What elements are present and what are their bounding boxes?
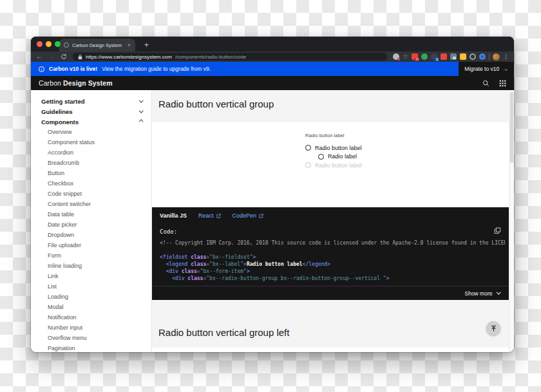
extension-window-icon[interactable] xyxy=(450,53,457,60)
extension-red-icon[interactable] xyxy=(441,53,447,60)
sidebar-item-overview[interactable]: Overview xyxy=(31,127,151,137)
code-line: <!-- Copyright IBM Corp. 2016, 2018 This… xyxy=(160,239,505,247)
code-line: <legend class="bx--label">Radio button l… xyxy=(160,261,505,268)
sidebar-section-guidelines[interactable]: Guidelines xyxy=(31,106,151,117)
sidebar-nav: Getting startedGuidelinesComponentsOverv… xyxy=(31,90,152,352)
sidebar-section-label: Components xyxy=(41,118,79,126)
radio-option[interactable]: Radio button label xyxy=(305,144,362,153)
tab-close-icon[interactable]: × xyxy=(128,42,131,48)
main-area: Radio button vertical group Radio button… xyxy=(152,90,514,352)
browser-window: Carbon Design System × + ← → https://www… xyxy=(31,37,514,352)
radio-circle-icon[interactable] xyxy=(318,154,324,160)
banner-bold-text: Carbon v10 is live! xyxy=(49,66,97,72)
lock-icon xyxy=(78,54,82,60)
sidebar-section-components[interactable]: Components xyxy=(31,117,151,127)
arrow-to-top-icon xyxy=(490,325,497,332)
back-icon[interactable]: ← xyxy=(36,53,43,60)
sidebar-item-accordion[interactable]: Accordion xyxy=(31,147,151,158)
app-switcher-icon[interactable] xyxy=(499,80,506,87)
chevron-down-icon xyxy=(497,290,500,294)
brand-bold: Design System xyxy=(63,79,113,87)
show-more-button[interactable]: Show more xyxy=(152,286,509,300)
external-link-icon xyxy=(259,214,263,218)
sidebar-item-file-uploader[interactable]: File uploader xyxy=(31,240,151,250)
browser-tabbar: Carbon Design System × + xyxy=(31,37,514,51)
bookmark-star-icon[interactable]: ☆ xyxy=(403,53,408,60)
section-heading-vertical-group: Radio button vertical group xyxy=(158,98,274,109)
toolbar-divider xyxy=(489,53,489,60)
sidebar-item-dropdown[interactable]: Dropdown xyxy=(31,230,151,240)
show-more-label: Show more xyxy=(465,290,493,297)
reload-icon[interactable] xyxy=(61,53,67,60)
code-block[interactable]: <!-- Copyright IBM Corp. 2016, 2018 This… xyxy=(160,239,505,285)
code-tab-codepen[interactable]: CodePen xyxy=(233,212,264,219)
window-controls xyxy=(37,41,61,47)
chrome-menu-icon[interactable]: ⋮ xyxy=(503,54,509,60)
radio-label: Radio button label xyxy=(315,162,362,169)
sidebar-item-loading[interactable]: Loading xyxy=(31,292,151,302)
scroll-to-top-button[interactable] xyxy=(486,321,500,335)
sidebar-item-code-snippet[interactable]: Code snippet xyxy=(31,189,151,199)
scrollbar-thumb[interactable] xyxy=(510,92,513,163)
page-content: Getting startedGuidelinesComponentsOverv… xyxy=(31,90,514,352)
sidebar-item-notification[interactable]: Notification xyxy=(31,312,151,322)
extension-donut-icon[interactable] xyxy=(470,53,476,60)
sidebar-item-modal[interactable]: Modal xyxy=(31,302,151,312)
radio-option[interactable]: Radio label xyxy=(318,153,362,162)
radio-circle-icon[interactable] xyxy=(305,145,311,151)
forward-icon[interactable]: → xyxy=(48,53,55,60)
sidebar-item-checkbox[interactable]: Checkbox xyxy=(31,178,151,189)
tab-title: Carbon Design System xyxy=(72,42,124,48)
extension-green-icon[interactable] xyxy=(421,53,428,60)
site-header: Carbon Design System xyxy=(31,76,514,90)
address-bar[interactable]: https://www.carbondesignsystem.com/compo… xyxy=(73,53,387,61)
sidebar-item-form[interactable]: Form xyxy=(31,250,151,261)
copy-icon[interactable] xyxy=(494,227,501,234)
extension-area: ☆ 28 2 ⋮ xyxy=(393,53,509,61)
radio-label: Radio label xyxy=(328,153,357,160)
mail-badge: 28 xyxy=(415,58,419,61)
extension-yellow-icon[interactable] xyxy=(460,53,466,60)
migrate-v10-label: Migrate to v10 xyxy=(464,66,499,72)
page-scrollbar[interactable] xyxy=(509,90,514,352)
code-tab-react[interactable]: React xyxy=(198,212,221,219)
extension-shield-icon[interactable]: 2 xyxy=(431,53,437,60)
code-line: <div class="bx--form-item"> xyxy=(160,268,505,275)
profile-avatar[interactable] xyxy=(493,53,500,61)
sidebar-section-getting-started[interactable]: Getting started xyxy=(31,96,151,106)
window-minimize-button[interactable] xyxy=(46,41,52,47)
extension-blue-icon[interactable] xyxy=(479,53,486,60)
radio-circle-icon xyxy=(305,162,311,168)
search-icon[interactable] xyxy=(482,80,489,87)
sidebar-item-data-table[interactable]: Data table xyxy=(31,209,151,219)
chevron-down-icon xyxy=(139,98,143,102)
new-tab-button[interactable]: + xyxy=(144,41,149,49)
sidebar-item-link[interactable]: Link xyxy=(31,271,151,281)
banner-text: View the migration guide to upgrade from… xyxy=(102,66,211,72)
sidebar-item-number-input[interactable]: Number input xyxy=(31,322,151,333)
sidebar-item-pagination[interactable]: Pagination xyxy=(31,343,151,352)
window-close-button[interactable] xyxy=(37,41,43,47)
code-line: <fieldset class="bx--fieldset"> xyxy=(160,254,505,261)
code-tab-label: Vanilla JS xyxy=(160,212,187,219)
v10-banner-message: i Carbon v10 is live! View the migration… xyxy=(31,62,459,76)
migrate-v10-button[interactable]: Migrate to v10 → xyxy=(459,62,514,76)
sidebar-item-overflow-menu[interactable]: Overflow menu xyxy=(31,333,151,343)
radio-button-group: Radio button label Radio button labelRad… xyxy=(305,133,362,170)
code-line xyxy=(160,247,505,254)
extension-grey-icon[interactable] xyxy=(393,53,399,60)
sidebar-item-inline-loading[interactable]: Inline loading xyxy=(31,261,151,271)
sidebar-item-date-picker[interactable]: Date picker xyxy=(31,219,151,230)
sidebar-item-list[interactable]: List xyxy=(31,281,151,292)
code-tab-label: React xyxy=(198,212,214,219)
sidebar-item-content-switcher[interactable]: Content switcher xyxy=(31,199,151,209)
code-tab-vanilla-js[interactable]: Vanilla JS xyxy=(160,212,187,219)
sidebar-item-button[interactable]: Button xyxy=(31,168,151,178)
sidebar-item-breadcrumb[interactable]: Breadcrumb xyxy=(31,158,151,168)
window-zoom-button[interactable] xyxy=(55,41,61,47)
sidebar-item-component-status[interactable]: Component status xyxy=(31,137,151,147)
extension-mail-icon[interactable]: 28 xyxy=(412,53,418,60)
browser-tab-active[interactable]: Carbon Design System × xyxy=(59,39,135,51)
shield-badge: 2 xyxy=(435,58,439,61)
site-brand[interactable]: Carbon Design System xyxy=(39,79,113,87)
